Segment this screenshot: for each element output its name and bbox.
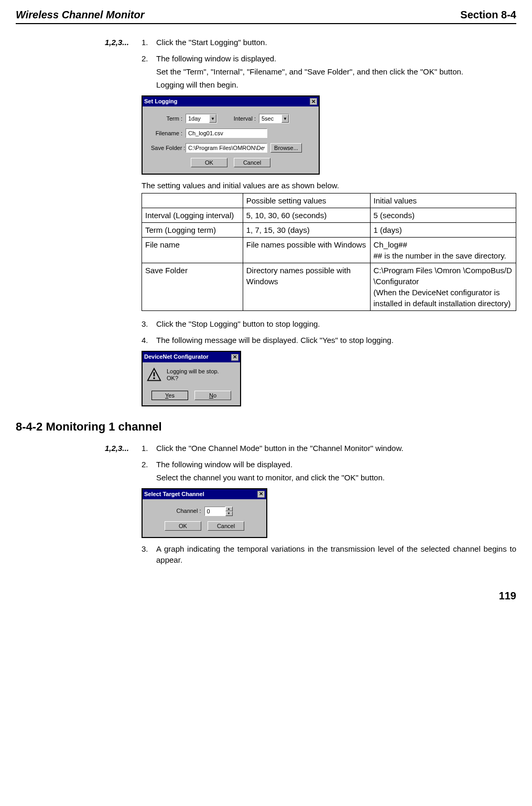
channel-spinner[interactable]: ▲ ▼ [204,507,233,516]
ok-button[interactable]: OK [165,521,201,531]
steps-marker: 1,2,3... [105,37,129,48]
step-text: Select the channel you want to monitor, … [156,472,516,483]
close-icon[interactable]: ✕ [231,354,238,361]
table-cell: File name [142,238,243,263]
steps-marker: 1,2,3... [105,443,129,454]
dialog-titlebar: Set Logging ✕ [143,96,319,106]
dialog-title-text: DeviceNet Configurator [144,353,209,361]
settings-table: Possible setting values Initial values I… [142,193,516,311]
dialog-titlebar: DeviceNet Configurator ✕ [143,352,240,362]
close-icon[interactable]: ✕ [310,98,317,105]
table-row: Interval (Logging interval) 5, 10, 30, 6… [142,208,516,223]
spinner-down-icon[interactable]: ▼ [225,511,233,516]
header-title: Wireless Channel Monitor [16,7,144,22]
cancel-button[interactable]: Cancel [234,158,270,167]
table-cell: C:\Program Files \Omron \CompoBus/D \Con… [370,263,516,311]
term-dropdown[interactable]: 1day ▼ [186,114,217,123]
warning-icon [147,368,161,382]
step-text: The following window will be displayed. [156,459,516,470]
page-number: 119 [16,588,516,603]
ok-button[interactable]: OK [191,158,227,167]
cancel-button[interactable]: Cancel [208,521,244,531]
table-cell: File names possible with Windows [243,238,370,263]
interval-label: Interval : [217,115,259,123]
filename-input[interactable] [186,128,267,138]
step-text: The following window is displayed. [156,53,516,64]
save-folder-input[interactable] [186,143,267,153]
step-text: A graph indicating the temporal variatio… [156,543,516,565]
term-label: Term : [151,115,186,123]
step-text: The following message will be displayed.… [156,335,516,346]
chevron-down-icon[interactable]: ▼ [209,114,216,123]
save-folder-label: Save Folder : [151,144,186,152]
confirm-message: OK? [167,375,219,382]
header-section: Section 8-4 [460,7,516,22]
table-row: File name File names possible with Windo… [142,238,516,263]
set-logging-dialog: Set Logging ✕ Term : 1day ▼ Interval : 5… [142,95,320,175]
confirm-message: Logging will be stop. [167,368,219,375]
no-button[interactable]: No [194,391,231,400]
table-header: Initial values [370,194,516,208]
dialog-title-text: Select Target Channel [144,490,204,498]
page-header: Wireless Channel Monitor Section 8-4 [16,7,516,24]
table-cell: Term (Logging term) [142,223,243,238]
select-channel-dialog: Select Target Channel ✕ Channel : ▲ ▼ OK [142,488,267,538]
chevron-down-icon[interactable]: ▼ [281,114,289,123]
table-row: Save Folder Directory names possible wit… [142,263,516,311]
dialog-titlebar: Select Target Channel ✕ [143,489,266,499]
step-number: 1. [142,37,156,50]
table-cell: Directory names possible with Windows [243,263,370,311]
table-cell: Ch_log## ## is the number in the save di… [370,238,516,263]
step-number: 3. [142,543,156,567]
step-number: 4. [142,335,156,348]
channel-input[interactable] [204,507,225,516]
channel-label: Channel : [176,507,204,515]
browse-button[interactable]: Browse... [270,143,302,153]
step-text: Click the "One Channel Mode" button in t… [156,443,516,454]
table-cell: 1 (days) [370,223,516,238]
yes-button[interactable]: Yes [151,391,188,400]
dialog-title-text: Set Logging [144,98,178,105]
table-cell: 5 (seconds) [370,208,516,223]
term-value: 1day [186,115,209,123]
filename-label: Filename : [151,130,186,137]
close-icon[interactable]: ✕ [257,491,265,498]
step-text: Click the "Start Logging" button. [156,37,516,48]
step-number: 3. [142,318,156,331]
table-cell: Interval (Logging interval) [142,208,243,223]
interval-dropdown[interactable]: 5sec ▼ [259,114,289,123]
table-intro: The setting values and initial values ar… [142,180,516,191]
step-number: 2. [142,459,156,485]
step-text: Click the "Stop Logging" button to stop … [156,318,516,329]
svg-rect-1 [154,372,155,377]
table-cell: 1, 7, 15, 30 (days) [243,223,370,238]
step-text: Set the "Term", "Internal", "Filename", … [156,66,516,77]
table-header: Possible setting values [243,194,370,208]
step-text: Logging will then begin. [156,79,516,90]
table-cell: Save Folder [142,263,243,311]
step-number: 1. [142,443,156,456]
spinner-up-icon[interactable]: ▲ [225,507,233,511]
interval-value: 5sec [259,115,281,123]
step-number: 2. [142,53,156,92]
table-cell: 5, 10, 30, 60 (seconds) [243,208,370,223]
table-row: Term (Logging term) 1, 7, 15, 30 (days) … [142,223,516,238]
table-header [142,194,243,208]
section-heading: 8-4-2 Monitoring 1 channel [16,419,516,435]
svg-point-2 [153,377,155,379]
confirm-dialog: DeviceNet Configurator ✕ Logging will be… [142,351,241,406]
